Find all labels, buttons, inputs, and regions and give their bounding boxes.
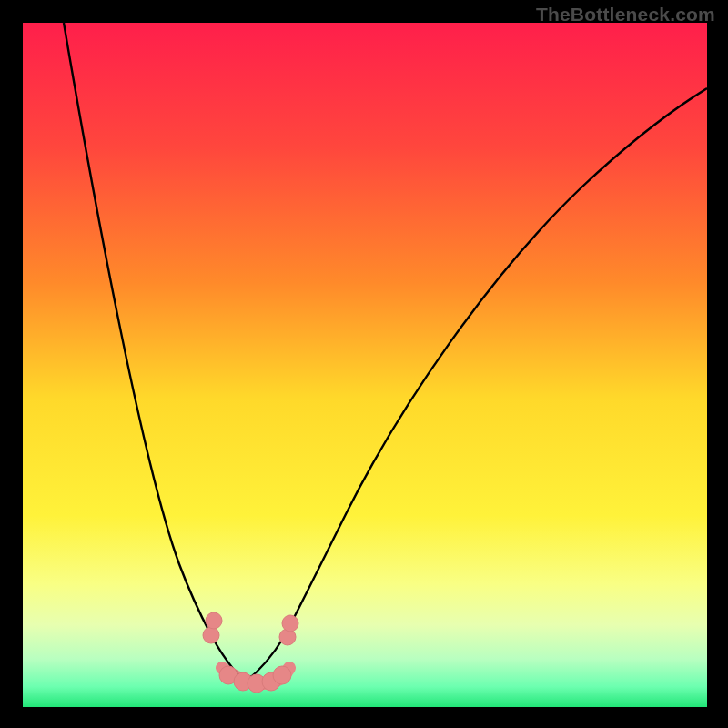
- chart-svg: [0, 0, 728, 728]
- watermark-text: TheBottleneck.com: [536, 4, 715, 25]
- plot-background: [23, 23, 707, 707]
- curve-marker: [203, 627, 219, 643]
- curve-marker: [273, 666, 291, 684]
- curve-marker: [282, 615, 298, 632]
- curve-marker: [206, 612, 222, 629]
- chart-stage: TheBottleneck.com: [0, 0, 728, 728]
